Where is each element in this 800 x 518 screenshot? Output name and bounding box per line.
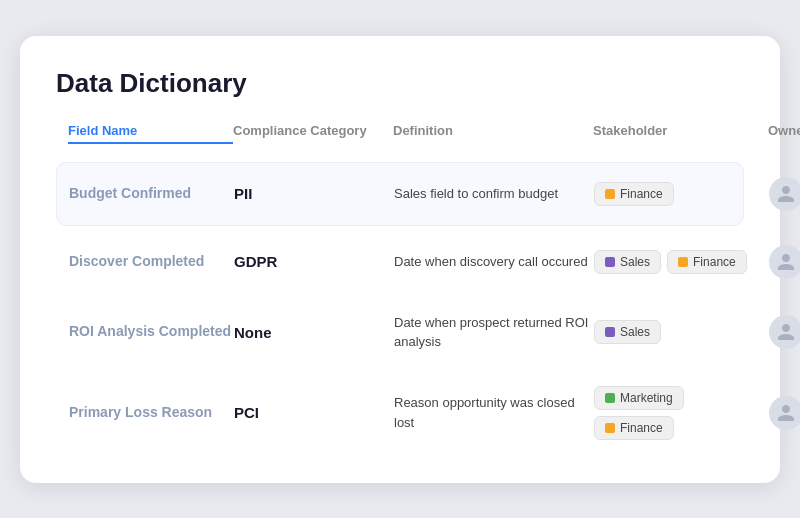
- tag: Sales: [594, 250, 661, 274]
- tags-cell: MarketingFinance: [594, 386, 769, 440]
- tag-label: Sales: [620, 325, 650, 339]
- column-compliance[interactable]: Compliance Category: [233, 123, 393, 144]
- tags-cell: Sales: [594, 320, 769, 344]
- tag: Marketing: [594, 386, 684, 410]
- definition-cell: Date when discovery call occured: [394, 252, 594, 272]
- tags-cell: Finance: [594, 182, 769, 206]
- tag-label: Finance: [620, 187, 663, 201]
- field-name-cell: ROI Analysis Completed: [69, 322, 234, 342]
- tag-dot: [605, 327, 615, 337]
- compliance-cell: None: [234, 324, 394, 341]
- tag-label: Marketing: [620, 391, 673, 405]
- field-name-cell: Primary Loss Reason: [69, 403, 234, 423]
- tag: Finance: [594, 416, 674, 440]
- column-field-name[interactable]: Field Name: [68, 123, 233, 144]
- tag-label: Finance: [620, 421, 663, 435]
- tag-dot: [678, 257, 688, 267]
- definition-cell: Date when prospect returned ROI analysis: [394, 313, 594, 352]
- table-row[interactable]: Discover CompletedGDPRDate when discover…: [56, 230, 744, 294]
- avatar: [769, 315, 800, 349]
- tag-dot: [605, 393, 615, 403]
- tag-dot: [605, 189, 615, 199]
- tag-label: Finance: [693, 255, 736, 269]
- table-row[interactable]: ROI Analysis CompletedNoneDate when pros…: [56, 298, 744, 367]
- tag-dot: [605, 423, 615, 433]
- column-stakeholder[interactable]: Stakeholder: [593, 123, 768, 144]
- tag: Finance: [594, 182, 674, 206]
- compliance-cell: PCI: [234, 404, 394, 421]
- page-title: Data Dictionary: [56, 68, 744, 99]
- data-dictionary-card: Data Dictionary Field Name Compliance Ca…: [20, 36, 780, 483]
- tag: Sales: [594, 320, 661, 344]
- field-name-cell: Discover Completed: [69, 252, 234, 272]
- definition-cell: Reason opportunity was closed lost: [394, 393, 594, 432]
- table-row[interactable]: Primary Loss ReasonPCIReason opportunity…: [56, 371, 744, 455]
- tag-label: Sales: [620, 255, 650, 269]
- compliance-cell: GDPR: [234, 253, 394, 270]
- tags-cell: SalesFinance: [594, 250, 769, 274]
- column-definition[interactable]: Definition: [393, 123, 593, 144]
- avatar: [769, 245, 800, 279]
- avatar: [769, 396, 800, 430]
- avatar: [769, 177, 800, 211]
- compliance-cell: PII: [234, 185, 394, 202]
- column-owner[interactable]: Owner: [768, 123, 800, 144]
- definition-cell: Sales field to confirm budget: [394, 184, 594, 204]
- tag: Finance: [667, 250, 747, 274]
- field-name-cell: Budget Confirmed: [69, 184, 234, 204]
- table-row[interactable]: Budget ConfirmedPIISales field to confir…: [56, 162, 744, 226]
- table-header: Field Name Compliance Category Definitio…: [56, 123, 744, 154]
- table-rows: Budget ConfirmedPIISales field to confir…: [56, 162, 744, 455]
- tag-dot: [605, 257, 615, 267]
